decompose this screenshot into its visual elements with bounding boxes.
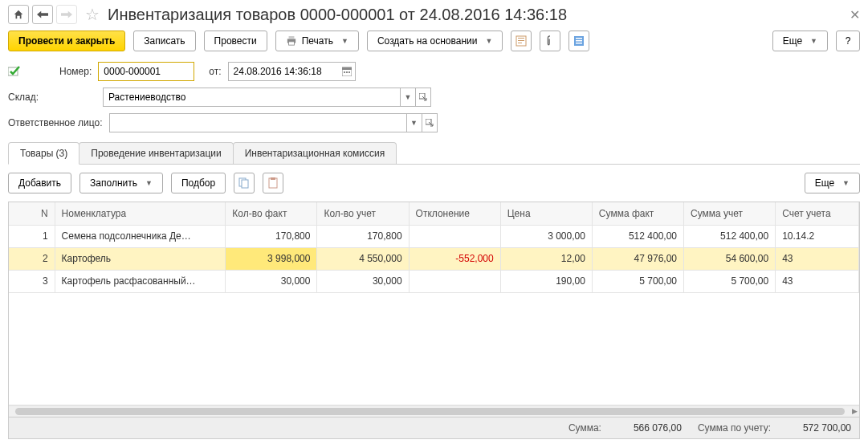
scroll-right-icon[interactable]: ▶ [852,407,858,415]
svg-rect-14 [344,71,345,73]
number-input[interactable] [98,62,194,81]
col-sum-fact[interactable]: Сумма факт [592,202,683,225]
close-button[interactable]: ✕ [850,7,860,22]
goods-table[interactable]: N Номенклатура Кол-во факт Кол-во учет О… [9,202,859,405]
more-button[interactable]: Еще ▼ [772,31,828,51]
table-header-row: N Номенклатура Кол-во факт Кол-во учет О… [9,202,859,225]
svg-rect-10 [576,43,582,44]
svg-rect-20 [242,180,248,188]
help-button[interactable]: ? [836,31,860,51]
svg-rect-9 [576,40,582,42]
create-from-label: Создать на основании [377,35,478,47]
titlebar: ☆ Инвентаризация товаров 0000-000001 от … [0,0,868,27]
svg-rect-15 [346,71,348,73]
main-toolbar: Провести и закрыть Записать Провести Печ… [0,27,868,59]
footer-row: Комментарий: Ответственный: ▼ [0,439,868,449]
copy-button[interactable] [234,173,255,193]
col-qty-acc[interactable]: Кол-во учет [317,202,409,225]
table-row[interactable]: 1 Семена подсолнечника Де… 170,800 170,8… [9,225,859,247]
col-price[interactable]: Цена [500,202,592,225]
more-label: Еще [783,35,802,47]
chevron-down-icon: ▼ [485,37,492,45]
empty-rows [9,292,859,405]
tab-goods[interactable]: Товары (3) [8,142,79,165]
responsible-field: ▼ [109,113,438,132]
warehouse-field: ▼ [103,88,431,107]
post-button[interactable]: Провести [204,31,267,51]
goods-table-wrap: N Номенклатура Кол-во факт Кол-во учет О… [8,202,860,417]
date-label: от: [209,66,221,77]
post-and-close-button[interactable]: Провести и закрыть [8,31,125,51]
col-delta[interactable]: Отклонение [409,202,500,225]
chevron-down-icon: ▼ [810,37,817,45]
table-row[interactable]: 3 Картофель расфасованный… 30,000 30,000… [9,270,859,292]
tab-conduct[interactable]: Проведение инвентаризации [79,142,233,164]
create-from-button[interactable]: Создать на основании ▼ [367,31,503,51]
svg-rect-8 [576,38,582,39]
col-nomen[interactable]: Номенклатура [55,202,226,225]
warehouse-input[interactable] [103,88,400,107]
svg-rect-6 [518,43,522,43]
sum-value: 566 076,00 [617,422,682,434]
table-more-button[interactable]: Еще ▼ [805,173,860,193]
responsible-row: Ответственное лицо: ▼ [0,110,868,136]
add-button[interactable]: Добавить [8,173,71,193]
print-label: Печать [302,35,333,47]
fill-label: Заполнить [90,177,137,189]
number-label: Номер: [59,66,92,77]
chevron-down-icon: ▼ [145,179,153,187]
sum-acc-label: Сумма по учету: [698,422,771,434]
col-qty-fact[interactable]: Кол-во факт [226,202,317,225]
sum-label: Сумма: [568,422,601,434]
svg-rect-2 [288,42,294,45]
home-button[interactable] [8,5,29,24]
warehouse-label: Склад: [8,92,47,103]
open-button[interactable] [422,113,438,132]
dropdown-button[interactable]: ▼ [400,88,416,107]
scrollbar-thumb[interactable] [15,408,845,415]
tab-commission[interactable]: Инвентаризационная комиссия [233,142,397,164]
window-title: Инвентаризация товаров 0000-000001 от 24… [108,6,567,24]
status-icon [8,66,21,77]
list-button[interactable] [568,31,589,51]
back-button[interactable] [32,5,53,24]
pick-button[interactable]: Подбор [171,173,226,193]
printer-icon [286,36,297,46]
open-button[interactable] [415,88,431,107]
col-account[interactable]: Счет учета [776,202,859,225]
calendar-button[interactable] [340,62,356,81]
warehouse-row: Склад: ▼ [0,84,868,110]
report-button[interactable] [511,31,532,51]
table-toolbar: Добавить Заполнить ▼ Подбор Еще ▼ [0,165,868,202]
tabstrip: Товары (3) Проведение инвентаризации Инв… [8,142,860,165]
col-n[interactable]: N [9,202,55,225]
chevron-down-icon: ▼ [341,37,348,45]
number-row: Номер: от: [0,59,868,84]
chevron-down-icon: ▼ [842,179,850,187]
svg-rect-5 [518,40,524,41]
attach-button[interactable] [540,31,560,51]
totals-bar: Сумма: 566 076,00 Сумма по учету: 572 70… [8,417,860,439]
date-field [228,62,356,81]
svg-rect-22 [271,177,275,180]
paste-button[interactable] [263,173,283,193]
more-label: Еще [815,177,834,189]
print-button[interactable]: Печать ▼ [275,31,359,51]
favorite-star-icon[interactable]: ☆ [85,5,100,24]
responsible-input[interactable] [109,113,406,132]
forward-button [56,5,77,24]
table-row[interactable]: 2 Картофель 3 998,000 4 550,000 -552,000… [9,247,859,270]
date-input[interactable] [228,62,340,81]
col-sum-acc[interactable]: Сумма учет [684,202,776,225]
fill-button[interactable]: Заполнить ▼ [79,173,163,193]
responsible-label: Ответственное лицо: [8,117,103,128]
horizontal-scrollbar[interactable]: ▶ [9,405,859,417]
svg-rect-16 [348,71,350,73]
write-button[interactable]: Записать [133,31,195,51]
svg-rect-1 [288,36,294,39]
dropdown-button[interactable]: ▼ [406,113,422,132]
svg-rect-4 [518,38,524,39]
sum-acc-value: 572 700,00 [787,422,851,434]
svg-rect-13 [342,67,352,70]
